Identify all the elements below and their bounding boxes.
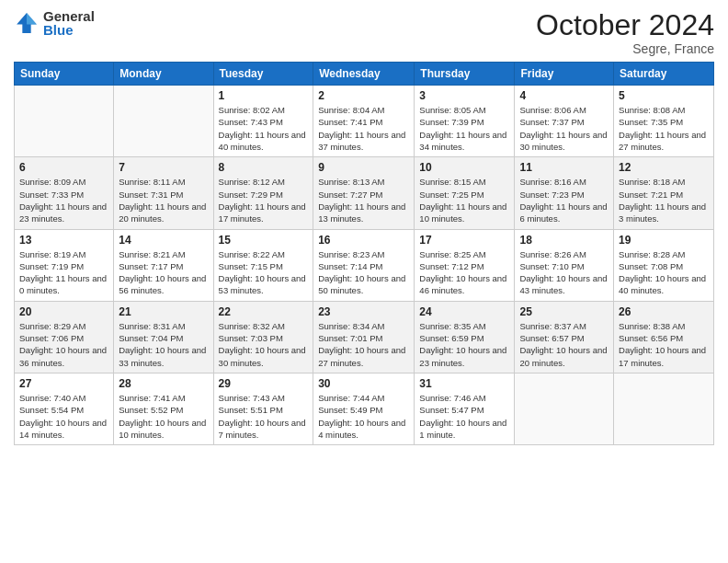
day-info: Sunrise: 8:04 AM Sunset: 7:41 PM Dayligh… bbox=[318, 104, 409, 153]
calendar-cell: 12Sunrise: 8:18 AM Sunset: 7:21 PM Dayli… bbox=[614, 157, 714, 229]
calendar-cell: 30Sunrise: 7:44 AM Sunset: 5:49 PM Dayli… bbox=[313, 373, 415, 444]
day-number: 3 bbox=[419, 89, 509, 102]
day-info: Sunrise: 8:37 AM Sunset: 6:57 PM Dayligh… bbox=[519, 320, 609, 369]
calendar-cell: 3Sunrise: 8:05 AM Sunset: 7:39 PM Daylig… bbox=[415, 86, 515, 157]
day-info: Sunrise: 8:38 AM Sunset: 6:56 PM Dayligh… bbox=[619, 320, 709, 369]
day-number: 6 bbox=[19, 161, 108, 174]
day-number: 22 bbox=[219, 305, 309, 318]
day-info: Sunrise: 8:08 AM Sunset: 7:35 PM Dayligh… bbox=[619, 104, 709, 153]
day-number: 8 bbox=[219, 161, 309, 174]
logo-blue: Blue bbox=[43, 23, 95, 37]
calendar-cell bbox=[15, 86, 114, 157]
calendar-cell: 11Sunrise: 8:16 AM Sunset: 7:23 PM Dayli… bbox=[515, 157, 614, 229]
day-info: Sunrise: 8:21 AM Sunset: 7:17 PM Dayligh… bbox=[119, 248, 208, 297]
day-number: 29 bbox=[219, 377, 309, 390]
calendar-cell: 13Sunrise: 8:19 AM Sunset: 7:19 PM Dayli… bbox=[15, 229, 114, 301]
day-number: 30 bbox=[318, 377, 409, 390]
logo-icon bbox=[14, 10, 40, 36]
day-info: Sunrise: 8:29 AM Sunset: 7:06 PM Dayligh… bbox=[19, 320, 108, 369]
day-info: Sunrise: 8:09 AM Sunset: 7:33 PM Dayligh… bbox=[19, 176, 108, 224]
day-number: 11 bbox=[519, 161, 609, 174]
day-info: Sunrise: 7:44 AM Sunset: 5:49 PM Dayligh… bbox=[318, 392, 409, 441]
calendar-cell: 29Sunrise: 7:43 AM Sunset: 5:51 PM Dayli… bbox=[213, 373, 313, 444]
day-number: 19 bbox=[619, 234, 709, 247]
title-block: October 2024 Segre, France bbox=[536, 9, 714, 56]
weekday-thursday: Thursday bbox=[415, 63, 515, 86]
weekday-header-row: SundayMondayTuesdayWednesdayThursdayFrid… bbox=[15, 63, 714, 86]
day-number: 15 bbox=[219, 234, 309, 247]
weekday-friday: Friday bbox=[515, 63, 614, 86]
day-info: Sunrise: 8:25 AM Sunset: 7:12 PM Dayligh… bbox=[419, 248, 509, 297]
day-number: 24 bbox=[419, 305, 509, 318]
calendar-cell: 23Sunrise: 8:34 AM Sunset: 7:01 PM Dayli… bbox=[313, 301, 415, 373]
day-info: Sunrise: 7:41 AM Sunset: 5:52 PM Dayligh… bbox=[119, 392, 208, 441]
calendar-page: General Blue October 2024 Segre, France … bbox=[0, 0, 728, 563]
calendar-table: SundayMondayTuesdayWednesdayThursdayFrid… bbox=[14, 62, 714, 445]
day-number: 26 bbox=[619, 305, 709, 318]
calendar-cell: 5Sunrise: 8:08 AM Sunset: 7:35 PM Daylig… bbox=[614, 86, 714, 157]
day-info: Sunrise: 8:18 AM Sunset: 7:21 PM Dayligh… bbox=[619, 176, 709, 224]
day-info: Sunrise: 8:35 AM Sunset: 6:59 PM Dayligh… bbox=[419, 320, 509, 369]
day-number: 7 bbox=[119, 161, 208, 174]
day-info: Sunrise: 8:12 AM Sunset: 7:29 PM Dayligh… bbox=[219, 176, 309, 224]
day-number: 5 bbox=[619, 89, 709, 102]
day-info: Sunrise: 8:22 AM Sunset: 7:15 PM Dayligh… bbox=[219, 248, 309, 297]
logo-general: General bbox=[43, 9, 95, 23]
weekday-monday: Monday bbox=[114, 63, 213, 86]
day-info: Sunrise: 8:26 AM Sunset: 7:10 PM Dayligh… bbox=[519, 248, 609, 297]
day-number: 4 bbox=[519, 89, 609, 102]
day-info: Sunrise: 8:13 AM Sunset: 7:27 PM Dayligh… bbox=[318, 176, 409, 224]
calendar-cell: 17Sunrise: 8:25 AM Sunset: 7:12 PM Dayli… bbox=[415, 229, 515, 301]
calendar-cell: 6Sunrise: 8:09 AM Sunset: 7:33 PM Daylig… bbox=[15, 157, 114, 229]
day-number: 13 bbox=[19, 234, 108, 247]
calendar-cell: 19Sunrise: 8:28 AM Sunset: 7:08 PM Dayli… bbox=[614, 229, 714, 301]
week-row-5: 27Sunrise: 7:40 AM Sunset: 5:54 PM Dayli… bbox=[15, 373, 714, 444]
day-info: Sunrise: 7:43 AM Sunset: 5:51 PM Dayligh… bbox=[219, 392, 309, 441]
week-row-4: 20Sunrise: 8:29 AM Sunset: 7:06 PM Dayli… bbox=[15, 301, 714, 373]
day-info: Sunrise: 8:28 AM Sunset: 7:08 PM Dayligh… bbox=[619, 248, 709, 297]
day-info: Sunrise: 7:40 AM Sunset: 5:54 PM Dayligh… bbox=[19, 392, 108, 441]
calendar-cell: 18Sunrise: 8:26 AM Sunset: 7:10 PM Dayli… bbox=[515, 229, 614, 301]
calendar-cell: 16Sunrise: 8:23 AM Sunset: 7:14 PM Dayli… bbox=[313, 229, 415, 301]
calendar-cell: 2Sunrise: 8:04 AM Sunset: 7:41 PM Daylig… bbox=[313, 86, 415, 157]
day-number: 1 bbox=[219, 89, 309, 102]
day-info: Sunrise: 8:15 AM Sunset: 7:25 PM Dayligh… bbox=[419, 176, 509, 224]
weekday-wednesday: Wednesday bbox=[313, 63, 415, 86]
day-number: 25 bbox=[519, 305, 609, 318]
week-row-3: 13Sunrise: 8:19 AM Sunset: 7:19 PM Dayli… bbox=[15, 229, 714, 301]
calendar-cell: 22Sunrise: 8:32 AM Sunset: 7:03 PM Dayli… bbox=[213, 301, 313, 373]
calendar-cell: 10Sunrise: 8:15 AM Sunset: 7:25 PM Dayli… bbox=[415, 157, 515, 229]
week-row-1: 1Sunrise: 8:02 AM Sunset: 7:43 PM Daylig… bbox=[15, 86, 714, 157]
day-info: Sunrise: 8:19 AM Sunset: 7:19 PM Dayligh… bbox=[19, 248, 108, 297]
day-info: Sunrise: 8:31 AM Sunset: 7:04 PM Dayligh… bbox=[119, 320, 208, 369]
svg-marker-1 bbox=[27, 13, 37, 24]
day-number: 16 bbox=[318, 234, 409, 247]
calendar-cell: 14Sunrise: 8:21 AM Sunset: 7:17 PM Dayli… bbox=[114, 229, 213, 301]
day-number: 10 bbox=[419, 161, 509, 174]
week-row-2: 6Sunrise: 8:09 AM Sunset: 7:33 PM Daylig… bbox=[15, 157, 714, 229]
logo-text: General Blue bbox=[43, 9, 95, 37]
day-number: 23 bbox=[318, 305, 409, 318]
day-number: 27 bbox=[19, 377, 108, 390]
day-info: Sunrise: 8:06 AM Sunset: 7:37 PM Dayligh… bbox=[519, 104, 609, 153]
day-number: 20 bbox=[19, 305, 108, 318]
calendar-cell bbox=[614, 373, 714, 444]
calendar-cell: 26Sunrise: 8:38 AM Sunset: 6:56 PM Dayli… bbox=[614, 301, 714, 373]
month-title: October 2024 bbox=[536, 9, 714, 41]
day-number: 2 bbox=[318, 89, 409, 102]
calendar-cell: 24Sunrise: 8:35 AM Sunset: 6:59 PM Dayli… bbox=[415, 301, 515, 373]
day-number: 31 bbox=[419, 377, 509, 390]
day-number: 14 bbox=[119, 234, 208, 247]
day-number: 18 bbox=[519, 234, 609, 247]
day-info: Sunrise: 8:05 AM Sunset: 7:39 PM Dayligh… bbox=[419, 104, 509, 153]
calendar-cell: 15Sunrise: 8:22 AM Sunset: 7:15 PM Dayli… bbox=[213, 229, 313, 301]
day-info: Sunrise: 8:23 AM Sunset: 7:14 PM Dayligh… bbox=[318, 248, 409, 297]
calendar-cell: 8Sunrise: 8:12 AM Sunset: 7:29 PM Daylig… bbox=[213, 157, 313, 229]
day-number: 28 bbox=[119, 377, 208, 390]
day-number: 21 bbox=[119, 305, 208, 318]
calendar-cell: 31Sunrise: 7:46 AM Sunset: 5:47 PM Dayli… bbox=[415, 373, 515, 444]
logo: General Blue bbox=[14, 9, 95, 37]
day-info: Sunrise: 8:32 AM Sunset: 7:03 PM Dayligh… bbox=[219, 320, 309, 369]
day-info: Sunrise: 8:11 AM Sunset: 7:31 PM Dayligh… bbox=[119, 176, 208, 224]
calendar-cell: 7Sunrise: 8:11 AM Sunset: 7:31 PM Daylig… bbox=[114, 157, 213, 229]
